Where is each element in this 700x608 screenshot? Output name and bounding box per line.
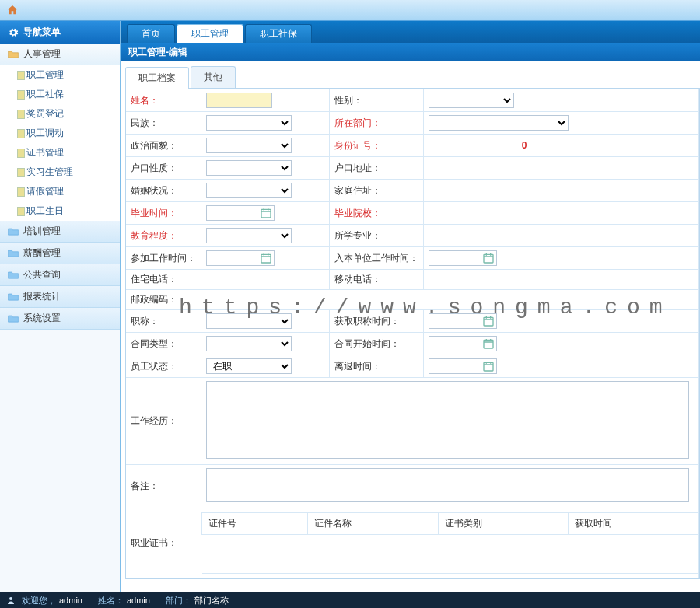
select-dept[interactable]	[429, 115, 569, 131]
sidebar-folder-report[interactable]: 报表统计	[0, 286, 120, 308]
lbl-nation: 民族：	[126, 112, 201, 135]
nav-title: 导航菜单	[23, 26, 61, 39]
lbl-contract-start: 合同开始时间：	[330, 333, 424, 355]
lbl-home-addr: 家庭住址：	[330, 180, 424, 202]
sidebar-item-zhigong-guanli[interactable]: 职工管理	[0, 65, 120, 85]
val-idcard: 0	[424, 135, 625, 157]
lbl-dept: 所在部门：	[330, 112, 424, 135]
calendar-icon[interactable]	[482, 315, 495, 327]
sidebar-item-qingjia[interactable]: 请假管理	[0, 182, 120, 201]
textarea-experience[interactable]	[206, 381, 689, 459]
select-political[interactable]	[206, 138, 292, 153]
folder-icon	[8, 314, 19, 323]
lbl-grad-time: 毕业时间：	[126, 202, 201, 225]
employee-form: 姓名： 性别： 民族： 所在部门：	[126, 89, 699, 578]
input-name[interactable]	[206, 93, 272, 108]
lbl-title-time: 获取职称时间：	[330, 310, 424, 333]
sidebar-item-zhigong-shebao[interactable]: 职工社保	[0, 85, 120, 104]
select-education[interactable]	[206, 228, 292, 243]
select-contract-type[interactable]	[206, 336, 292, 351]
status-dept-v: 部门名称	[194, 595, 229, 606]
select-hukou-type[interactable]	[206, 160, 292, 176]
form-panel: 姓名： 性别： 民族： 所在部门：	[125, 89, 700, 579]
cert-col-name: 证件名称	[308, 513, 438, 535]
cert-col-id: 证件号	[202, 513, 308, 535]
status-bar: 欢迎您， admin 姓名： admin 部门： 部门名称	[0, 592, 700, 608]
status-welcome: 欢迎您，	[22, 595, 56, 606]
calendar-icon[interactable]	[482, 360, 495, 372]
sidebar-item-jiangfa[interactable]: 奖罚登记	[0, 104, 120, 124]
date-join-unit[interactable]	[429, 250, 497, 266]
select-nation[interactable]	[206, 115, 292, 131]
lbl-major: 所学专业：	[330, 225, 424, 247]
status-dept-k: 部门：	[166, 595, 191, 606]
lbl-gender: 性别：	[330, 89, 424, 112]
user-icon	[6, 596, 16, 605]
sidebar-item-zhengshu[interactable]: 证书管理	[0, 143, 120, 162]
inner-tabs: 职工档案 其他	[125, 66, 700, 89]
calendar-icon[interactable]	[260, 252, 272, 264]
select-title[interactable]	[206, 313, 292, 329]
lbl-emp-status: 员工状态：	[126, 355, 201, 378]
folder-icon	[8, 292, 19, 301]
cert-col-type: 证书类别	[438, 513, 568, 535]
cert-col-time: 获取时间	[568, 513, 698, 535]
top-bar	[0, 0, 700, 21]
date-title-time[interactable]	[429, 313, 497, 329]
lbl-zip: 邮政编码：	[126, 290, 201, 310]
sidebar-folder-salary[interactable]: 薪酬管理	[0, 243, 120, 264]
lbl-marriage: 婚姻状况：	[126, 180, 201, 202]
tab-insurance[interactable]: 职工社保	[245, 24, 312, 43]
sidebar-item-diaodong[interactable]: 职工调动	[0, 124, 120, 143]
lbl-education: 教育程度：	[126, 225, 201, 247]
sidebar-subitems: 职工管理 职工社保 奖罚登记 职工调动 证书管理 实习生管理 请假管理 职工生日	[0, 65, 120, 221]
date-work-start[interactable]	[206, 250, 275, 266]
content: 首页 职工管理 职工社保 职工管理-编辑 职工档案 其他 姓名： 性别：	[121, 21, 700, 592]
sidebar-folder-training[interactable]: 培训管理	[0, 221, 120, 243]
folder-open-icon	[8, 50, 19, 58]
lbl-mobile: 移动电话：	[330, 270, 424, 290]
lbl-hukou-addr: 户口地址：	[330, 157, 424, 180]
table-row	[202, 535, 698, 574]
lbl-title: 职称：	[126, 310, 201, 333]
select-marriage[interactable]	[206, 183, 292, 198]
inner-tab-other[interactable]: 其他	[191, 66, 236, 88]
sidebar-folder-query[interactable]: 公共查询	[0, 264, 120, 286]
lbl-home-tel: 住宅电话：	[126, 270, 201, 290]
svg-rect-0	[261, 209, 271, 218]
calendar-icon[interactable]	[482, 337, 495, 350]
inner-tab-profile[interactable]: 职工档案	[125, 67, 189, 89]
svg-rect-2	[484, 254, 493, 263]
lbl-grad-school: 毕业院校：	[330, 202, 424, 225]
svg-rect-4	[484, 340, 493, 348]
tab-home[interactable]: 首页	[127, 24, 175, 43]
sidebar-item-shengri[interactable]: 职工生日	[0, 201, 120, 221]
date-contract-start[interactable]	[429, 336, 497, 351]
sidebar-folder-personnel[interactable]: 人事管理	[0, 44, 120, 65]
home-icon[interactable]	[6, 4, 19, 16]
date-retire-time[interactable]	[429, 358, 497, 374]
folder-icon	[8, 227, 19, 236]
textarea-remark[interactable]	[206, 468, 689, 502]
tab-employee[interactable]: 职工管理	[177, 24, 243, 43]
sidebar-item-shixi[interactable]: 实习生管理	[0, 162, 120, 182]
svg-rect-1	[261, 254, 271, 263]
folder-label: 人事管理	[23, 47, 61, 61]
calendar-icon[interactable]	[482, 252, 495, 264]
gear-icon	[8, 27, 19, 38]
lbl-name: 姓名：	[126, 89, 201, 112]
svg-point-6	[9, 597, 12, 600]
sidebar-folder-system[interactable]: 系统设置	[0, 308, 120, 330]
lbl-political: 政治面貌：	[126, 135, 201, 157]
folder-icon	[8, 249, 19, 257]
lbl-cert: 职业证书：	[126, 508, 201, 578]
lbl-work-start: 参加工作时间：	[126, 247, 201, 270]
nav-header: 导航菜单	[0, 21, 120, 44]
select-emp-status[interactable]: 在职	[206, 358, 292, 374]
breadcrumb: 职工管理-编辑	[121, 43, 700, 61]
select-gender[interactable]	[429, 93, 514, 108]
date-grad-time[interactable]	[206, 205, 275, 221]
lbl-experience: 工作经历：	[126, 378, 201, 465]
lbl-join-unit: 入本单位工作时间：	[330, 247, 424, 270]
calendar-icon[interactable]	[260, 207, 272, 219]
